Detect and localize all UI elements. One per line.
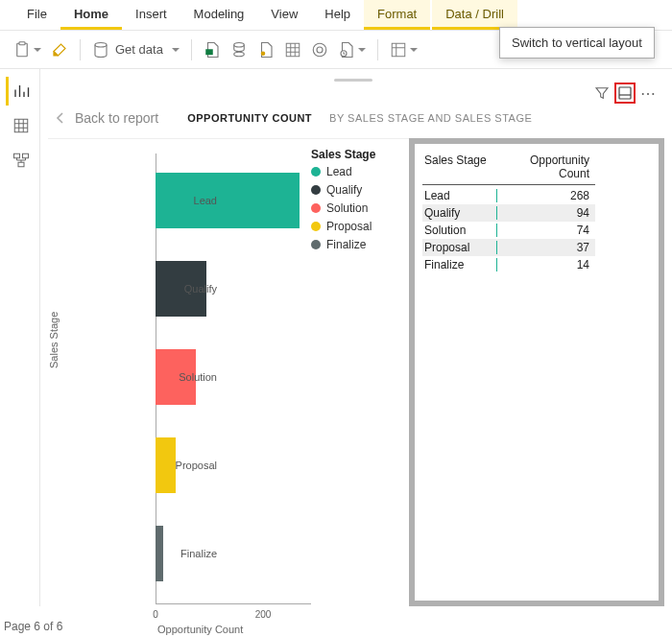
legend-item[interactable]: Finalize <box>311 238 388 251</box>
cell: Finalize <box>422 258 497 271</box>
chevron-down-icon <box>410 48 418 52</box>
legend-label: Lead <box>326 165 352 178</box>
svg-point-2 <box>95 42 107 47</box>
enter-data-button[interactable] <box>280 36 305 63</box>
svg-rect-22 <box>14 119 28 132</box>
tab-file[interactable]: File <box>13 0 60 30</box>
cell: 37 <box>497 241 595 254</box>
svg-point-6 <box>261 51 266 56</box>
datahub-button[interactable] <box>227 36 252 63</box>
bar-label: Qualify <box>156 283 225 295</box>
cell: 94 <box>497 206 595 220</box>
drag-handle[interactable] <box>42 79 664 84</box>
svg-rect-7 <box>286 43 300 57</box>
back-to-report-button[interactable]: Back to report <box>48 110 158 126</box>
legend-label: Finalize <box>326 238 366 251</box>
chart-legend: Sales Stage Lead Qualify Solution Propos… <box>311 148 388 256</box>
more-options-icon[interactable]: ⋯ <box>637 83 659 104</box>
get-data-button[interactable]: Get data <box>88 36 183 63</box>
bar-label: Solution <box>156 371 225 383</box>
svg-point-12 <box>313 43 326 57</box>
visual-title-main: OPPORTUNITY COUNT <box>187 112 312 124</box>
report-canvas: ⋯ Back to report OPPORTUNITY COUNT BY SA… <box>42 71 664 610</box>
data-table: Sales Stage Opportunity Count Lead268 Qu… <box>422 153 595 273</box>
switch-layout-button[interactable] <box>614 83 636 104</box>
sql-server-button[interactable] <box>253 36 278 63</box>
x-tick: 0 <box>141 609 170 620</box>
cell: Lead <box>422 189 497 202</box>
legend-label: Solution <box>326 201 368 215</box>
report-view-button[interactable] <box>6 77 35 106</box>
legend-item[interactable]: Proposal <box>311 220 388 233</box>
dataverse-button[interactable] <box>307 36 332 63</box>
chevron-down-icon <box>172 48 180 52</box>
cell: 268 <box>497 189 595 202</box>
legend-title: Sales Stage <box>311 148 388 161</box>
format-painter-button[interactable] <box>47 36 72 63</box>
column-header[interactable]: Opportunity Count <box>497 153 595 180</box>
cell: Qualify <box>422 206 497 220</box>
back-label: Back to report <box>75 110 158 126</box>
drill-titlebar: Back to report OPPORTUNITY COUNT BY SALE… <box>48 104 659 132</box>
tab-home[interactable]: Home <box>60 0 122 30</box>
visual-title-sub: BY SALES STAGE AND SALES STAGE <box>329 112 532 124</box>
cell: 14 <box>497 258 595 271</box>
svg-point-13 <box>317 47 323 53</box>
get-data-label: Get data <box>115 42 163 57</box>
cell: Solution <box>422 224 497 237</box>
excel-source-button[interactable] <box>200 36 225 63</box>
x-axis-line <box>156 603 311 604</box>
bar-label: Finalize <box>156 548 225 559</box>
svg-rect-30 <box>619 87 631 99</box>
legend-label: Qualify <box>326 183 362 197</box>
data-view-button[interactable] <box>6 111 35 140</box>
svg-rect-29 <box>18 162 24 167</box>
tab-view[interactable]: View <box>257 0 311 30</box>
model-view-button[interactable] <box>6 146 35 175</box>
bar-label: Proposal <box>156 460 225 471</box>
paste-button[interactable] <box>10 36 45 63</box>
x-axis-title: Opportunity Count <box>157 624 243 635</box>
chevron-down-icon <box>358 48 366 52</box>
svg-rect-15 <box>392 43 405 57</box>
legend-item[interactable]: Solution <box>311 201 388 215</box>
svg-point-4 <box>234 42 245 47</box>
view-switcher-rail <box>0 69 40 606</box>
recent-sources-button[interactable] <box>334 36 370 63</box>
tab-modeling[interactable]: Modeling <box>180 0 258 30</box>
svg-point-5 <box>234 52 245 57</box>
legend-label: Proposal <box>326 220 372 233</box>
visual-header: ⋯ <box>591 83 659 104</box>
transform-data-button[interactable] <box>386 36 421 63</box>
svg-rect-3 <box>205 49 213 55</box>
tab-format[interactable]: Format <box>364 0 430 30</box>
data-table-visual[interactable]: Sales Stage Opportunity Count Lead268 Qu… <box>409 138 664 606</box>
legend-item[interactable]: Lead <box>311 165 388 178</box>
status-page-indicator: Page 6 of 6 <box>4 620 62 633</box>
svg-rect-1 <box>19 41 25 44</box>
filter-icon[interactable] <box>591 83 612 104</box>
svg-rect-28 <box>23 153 29 158</box>
y-axis-title: Sales Stage <box>48 312 60 368</box>
bar-chart: Sales Stage Lead Qualify Solution Propos… <box>42 148 378 606</box>
cell: 74 <box>497 224 595 237</box>
cell: Proposal <box>422 241 497 254</box>
tab-data-drill[interactable]: Data / Drill <box>432 0 517 30</box>
tooltip-switch-vertical: Switch to vertical layout <box>499 27 655 59</box>
x-tick: 200 <box>249 609 277 620</box>
tab-help[interactable]: Help <box>311 0 364 30</box>
tab-insert[interactable]: Insert <box>122 0 180 30</box>
column-header[interactable]: Sales Stage <box>422 153 497 180</box>
chart-plot-area: Sales Stage Opportunity Count 0 200 Lead… <box>81 153 301 633</box>
chevron-down-icon <box>34 48 41 52</box>
svg-rect-27 <box>14 153 20 158</box>
legend-item[interactable]: Qualify <box>311 183 388 197</box>
bar-label: Lead <box>156 195 225 206</box>
